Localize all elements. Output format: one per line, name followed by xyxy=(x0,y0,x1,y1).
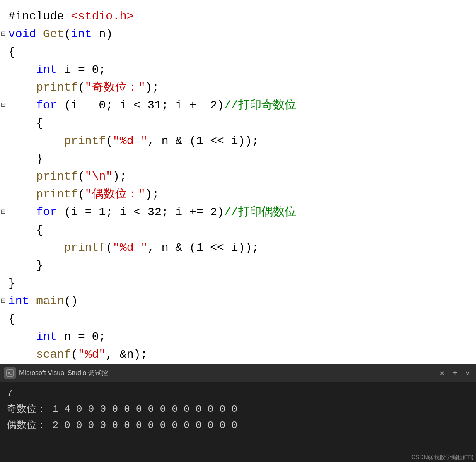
for-line-2: ⊟for (i = 1; i < 32; i += 2)//打印偶数位 xyxy=(8,203,476,221)
terminal-output-line2: 偶数位： 2 0 0 0 0 0 0 0 0 0 0 0 0 0 0 0 xyxy=(7,418,469,433)
fn-scanf: scanf xyxy=(36,348,71,361)
terminal-add-button[interactable]: + xyxy=(450,368,460,378)
code-block: #include <stdio.h> ⊟void Get(int n) { in… xyxy=(0,4,476,364)
terminal-chevron-button[interactable]: ∨ xyxy=(464,370,472,377)
fn-printf-3: printf xyxy=(36,170,78,183)
fn-get: Get xyxy=(43,28,64,41)
collapse-icon-for1[interactable]: ⊟ xyxy=(1,96,5,114)
kw-void: void xyxy=(8,28,36,41)
collapse-icon-void[interactable]: ⊟ xyxy=(1,25,5,43)
terminal-input-line: 7 xyxy=(7,386,469,402)
collapse-icon-main[interactable]: ⊟ xyxy=(1,292,5,310)
fn-printf-2: printf xyxy=(64,135,106,147)
collapse-void-line: ⊟void Get(int n) xyxy=(8,25,476,43)
terminal-output-line1: 奇数位： 1 4 0 0 0 0 0 0 0 0 0 0 0 0 0 0 xyxy=(7,402,469,417)
terminal-tab-bar: Microsoft Visual Studio 调试控 ✕ + ∨ xyxy=(0,364,476,382)
fn-printf-4: printf xyxy=(36,188,78,201)
terminal-output: 7 奇数位： 1 4 0 0 0 0 0 0 0 0 0 0 0 0 0 0 偶… xyxy=(0,382,476,438)
main-line: ⊟int main() xyxy=(8,292,476,310)
terminal-panel: Microsoft Visual Studio 调试控 ✕ + ∨ 7 奇数位：… xyxy=(0,364,476,462)
code-editor: #include <stdio.h> ⊟void Get(int n) { in… xyxy=(0,0,476,364)
fn-printf-5: printf xyxy=(64,241,106,254)
fn-printf-1: printf xyxy=(36,81,78,94)
terminal-tab-icon xyxy=(4,367,16,379)
collapse-icon-for2[interactable]: ⊟ xyxy=(1,203,5,221)
terminal-title: Microsoft Visual Studio 调试控 xyxy=(19,369,434,378)
watermark-text: CSDN@我数学编程(□□) xyxy=(409,453,476,462)
for-line-1: ⊟for (i = 0; i < 31; i += 2)//打印奇数位 xyxy=(8,96,476,114)
kw-int-i: int xyxy=(36,63,57,76)
include-line: #include <stdio.h> xyxy=(8,10,133,23)
kw-int-n: int xyxy=(36,330,57,343)
terminal-close-button[interactable]: ✕ xyxy=(437,368,447,378)
brace-open-1: { xyxy=(8,46,15,58)
